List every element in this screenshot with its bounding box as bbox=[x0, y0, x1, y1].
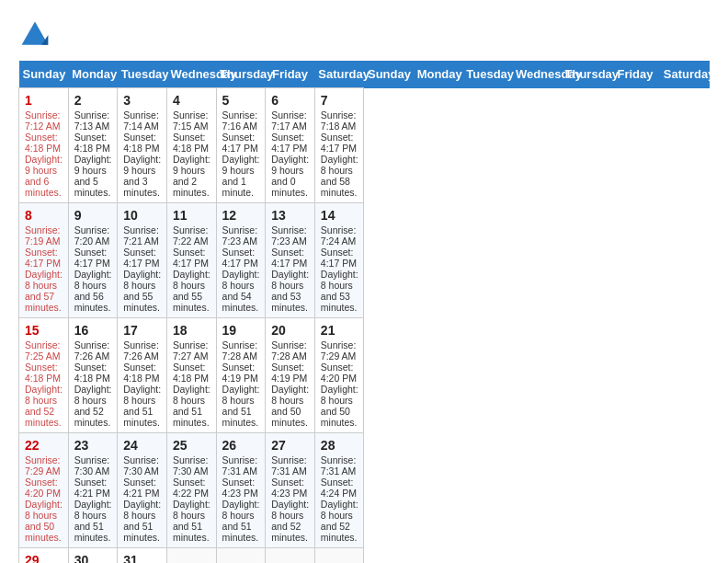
sunrise-label: Sunrise: 7:16 AM bbox=[222, 109, 258, 132]
sunset-label: Sunset: 4:18 PM bbox=[25, 362, 61, 384]
sunrise-label: Sunrise: 7:19 AM bbox=[25, 224, 61, 247]
sunrise-label: Sunrise: 7:22 AM bbox=[173, 224, 209, 247]
header-tuesday: Tuesday bbox=[462, 61, 512, 88]
sunrise-label: Sunrise: 7:23 AM bbox=[271, 224, 307, 247]
day-number: 30 bbox=[74, 553, 112, 563]
sunset-label: Sunset: 4:17 PM bbox=[25, 247, 61, 269]
sunset-label: Sunset: 4:18 PM bbox=[74, 362, 110, 384]
calendar-cell: 3 Sunrise: 7:14 AM Sunset: 4:18 PM Dayli… bbox=[118, 88, 167, 203]
calendar-cell: 1 Sunrise: 7:12 AM Sunset: 4:18 PM Dayli… bbox=[19, 88, 69, 203]
calendar-cell: 15 Sunrise: 7:25 AM Sunset: 4:18 PM Dayl… bbox=[19, 318, 69, 433]
calendar-cell: 11 Sunrise: 7:22 AM Sunset: 4:17 PM Dayl… bbox=[166, 203, 216, 318]
day-number: 23 bbox=[74, 438, 112, 453]
day-number: 11 bbox=[173, 208, 210, 223]
header-wednesday: Wednesday bbox=[512, 61, 562, 88]
daylight-label: Daylight: 8 hours and 51 minutes. bbox=[123, 499, 161, 543]
day-number: 21 bbox=[321, 323, 358, 338]
header-monday: Monday bbox=[414, 61, 463, 88]
calendar-cell bbox=[216, 548, 266, 564]
calendar-cell: 18 Sunrise: 7:27 AM Sunset: 4:18 PM Dayl… bbox=[166, 318, 216, 433]
day-number: 27 bbox=[271, 438, 309, 453]
sunset-label: Sunset: 4:17 PM bbox=[321, 132, 357, 154]
calendar-cell bbox=[266, 548, 315, 564]
day-number: 12 bbox=[222, 208, 260, 223]
calendar-cell: 31 Sunrise: 7:32 AM Sunset: 4:26 PM Dayl… bbox=[118, 548, 167, 564]
day-number: 20 bbox=[271, 323, 309, 338]
header-thursday: Thursday bbox=[562, 61, 611, 88]
header-wednesday: Wednesday bbox=[166, 61, 216, 88]
calendar-cell: 26 Sunrise: 7:31 AM Sunset: 4:23 PM Dayl… bbox=[216, 433, 266, 548]
daylight-label: Daylight: 8 hours and 52 minutes. bbox=[74, 384, 112, 428]
sunrise-label: Sunrise: 7:24 AM bbox=[321, 224, 357, 247]
calendar-week-row: 29 Sunrise: 7:32 AM Sunset: 4:25 PM Dayl… bbox=[19, 548, 710, 564]
calendar-cell: 23 Sunrise: 7:30 AM Sunset: 4:21 PM Dayl… bbox=[68, 433, 118, 548]
sunset-label: Sunset: 4:21 PM bbox=[74, 477, 110, 499]
calendar-cell: 5 Sunrise: 7:16 AM Sunset: 4:17 PM Dayli… bbox=[216, 88, 266, 203]
day-number: 24 bbox=[123, 438, 161, 453]
calendar-cell: 12 Sunrise: 7:23 AM Sunset: 4:17 PM Dayl… bbox=[216, 203, 266, 318]
sunrise-label: Sunrise: 7:27 AM bbox=[173, 339, 209, 362]
calendar-header-row: SundayMondayTuesdayWednesdayThursdayFrid… bbox=[19, 61, 710, 88]
daylight-label: Daylight: 8 hours and 50 minutes. bbox=[271, 384, 309, 428]
daylight-label: Daylight: 8 hours and 58 minutes. bbox=[321, 154, 358, 198]
daylight-label: Daylight: 8 hours and 51 minutes. bbox=[123, 384, 161, 428]
day-number: 9 bbox=[74, 208, 112, 223]
calendar-week-row: 1 Sunrise: 7:12 AM Sunset: 4:18 PM Dayli… bbox=[19, 88, 710, 203]
sunrise-label: Sunrise: 7:26 AM bbox=[74, 339, 110, 362]
header-tuesday: Tuesday bbox=[118, 61, 167, 88]
sunset-label: Sunset: 4:19 PM bbox=[222, 362, 258, 384]
logo-icon bbox=[18, 18, 51, 52]
calendar-cell: 4 Sunrise: 7:15 AM Sunset: 4:18 PM Dayli… bbox=[166, 88, 216, 203]
sunrise-label: Sunrise: 7:23 AM bbox=[222, 224, 258, 247]
sunrise-label: Sunrise: 7:13 AM bbox=[74, 109, 110, 132]
day-number: 29 bbox=[25, 553, 63, 563]
daylight-label: Daylight: 9 hours and 6 minutes. bbox=[25, 154, 63, 198]
calendar-cell bbox=[314, 548, 364, 564]
calendar-cell: 10 Sunrise: 7:21 AM Sunset: 4:17 PM Dayl… bbox=[118, 203, 167, 318]
daylight-label: Daylight: 8 hours and 54 minutes. bbox=[222, 269, 260, 313]
sunset-label: Sunset: 4:22 PM bbox=[173, 477, 209, 499]
sunset-label: Sunset: 4:17 PM bbox=[271, 132, 307, 154]
header-thursday: Thursday bbox=[216, 61, 266, 88]
sunset-label: Sunset: 4:18 PM bbox=[173, 362, 209, 384]
calendar-cell: 24 Sunrise: 7:30 AM Sunset: 4:21 PM Dayl… bbox=[118, 433, 167, 548]
sunrise-label: Sunrise: 7:14 AM bbox=[123, 109, 159, 132]
daylight-label: Daylight: 8 hours and 52 minutes. bbox=[25, 384, 63, 428]
calendar-cell: 6 Sunrise: 7:17 AM Sunset: 4:17 PM Dayli… bbox=[266, 88, 315, 203]
calendar-week-row: 8 Sunrise: 7:19 AM Sunset: 4:17 PM Dayli… bbox=[19, 203, 710, 318]
calendar-cell: 16 Sunrise: 7:26 AM Sunset: 4:18 PM Dayl… bbox=[68, 318, 118, 433]
daylight-label: Daylight: 8 hours and 57 minutes. bbox=[25, 269, 63, 313]
header-monday: Monday bbox=[68, 61, 118, 88]
daylight-label: Daylight: 9 hours and 0 minutes. bbox=[271, 154, 309, 198]
day-number: 4 bbox=[173, 93, 210, 108]
daylight-label: Daylight: 8 hours and 51 minutes. bbox=[222, 499, 260, 543]
sunrise-label: Sunrise: 7:26 AM bbox=[123, 339, 159, 362]
calendar-cell: 29 Sunrise: 7:32 AM Sunset: 4:25 PM Dayl… bbox=[19, 548, 69, 564]
day-number: 6 bbox=[271, 93, 309, 108]
day-number: 26 bbox=[222, 438, 260, 453]
day-number: 10 bbox=[123, 208, 161, 223]
sunrise-label: Sunrise: 7:20 AM bbox=[74, 224, 110, 247]
sunset-label: Sunset: 4:17 PM bbox=[173, 247, 209, 269]
day-number: 17 bbox=[123, 323, 161, 338]
daylight-label: Daylight: 8 hours and 56 minutes. bbox=[74, 269, 112, 313]
header-saturday: Saturday bbox=[314, 61, 364, 88]
sunset-label: Sunset: 4:18 PM bbox=[173, 132, 209, 154]
calendar-cell: 21 Sunrise: 7:29 AM Sunset: 4:20 PM Dayl… bbox=[314, 318, 364, 433]
sunrise-label: Sunrise: 7:15 AM bbox=[173, 109, 209, 132]
calendar-cell: 9 Sunrise: 7:20 AM Sunset: 4:17 PM Dayli… bbox=[68, 203, 118, 318]
calendar-cell: 8 Sunrise: 7:19 AM Sunset: 4:17 PM Dayli… bbox=[19, 203, 69, 318]
header-friday: Friday bbox=[610, 61, 660, 88]
calendar-week-row: 15 Sunrise: 7:25 AM Sunset: 4:18 PM Dayl… bbox=[19, 318, 710, 433]
day-number: 8 bbox=[25, 208, 63, 223]
day-number: 1 bbox=[25, 93, 63, 108]
sunrise-label: Sunrise: 7:31 AM bbox=[321, 454, 357, 477]
day-number: 22 bbox=[25, 438, 63, 453]
sunset-label: Sunset: 4:20 PM bbox=[321, 362, 357, 384]
calendar-cell: 25 Sunrise: 7:30 AM Sunset: 4:22 PM Dayl… bbox=[166, 433, 216, 548]
header-saturday: Saturday bbox=[660, 61, 710, 88]
daylight-label: Daylight: 9 hours and 5 minutes. bbox=[74, 154, 112, 198]
sunrise-label: Sunrise: 7:29 AM bbox=[321, 339, 357, 362]
sunset-label: Sunset: 4:23 PM bbox=[222, 477, 258, 499]
calendar-cell: 27 Sunrise: 7:31 AM Sunset: 4:23 PM Dayl… bbox=[266, 433, 315, 548]
